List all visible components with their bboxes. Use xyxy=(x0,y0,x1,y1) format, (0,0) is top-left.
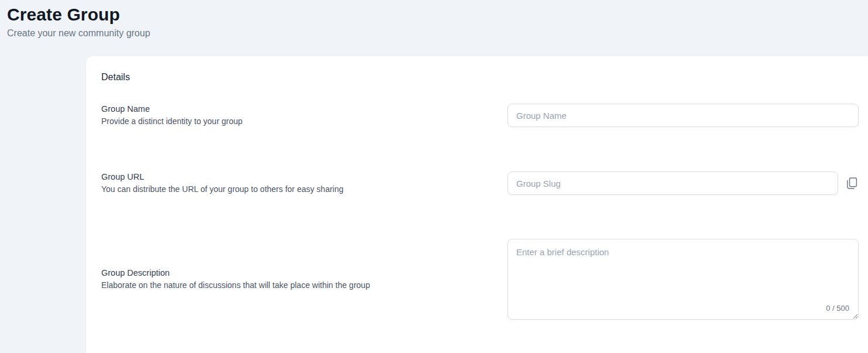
group-description-row: Group Description Elaborate on the natur… xyxy=(101,239,859,320)
page-title: Create Group xyxy=(7,4,861,26)
group-name-label-block: Group Name Provide a distinct identity t… xyxy=(101,103,507,128)
group-name-description: Provide a distinct identity to your grou… xyxy=(101,115,484,128)
group-description-textarea[interactable] xyxy=(507,239,859,320)
group-name-field-col xyxy=(507,104,859,127)
group-description-textarea-wrap: 0 / 500 xyxy=(507,239,859,320)
group-description-description: Elaborate on the nature of discussions t… xyxy=(101,279,484,292)
group-url-label: Group URL xyxy=(101,171,484,183)
page-header: Create Group Create your new community g… xyxy=(0,0,868,40)
group-url-description: You can distribute the URL of your group… xyxy=(101,183,484,196)
group-url-label-block: Group URL You can distribute the URL of … xyxy=(101,171,507,196)
group-slug-input[interactable] xyxy=(507,172,838,195)
group-url-row: Group URL You can distribute the URL of … xyxy=(101,171,859,196)
copy-slug-button[interactable] xyxy=(845,176,859,190)
group-name-row: Group Name Provide a distinct identity t… xyxy=(101,103,859,128)
group-name-input[interactable] xyxy=(507,104,859,127)
copy-icon xyxy=(845,177,858,190)
details-heading: Details xyxy=(101,70,859,84)
details-card: Details Group Name Provide a distinct id… xyxy=(86,56,868,353)
group-slug-wrap xyxy=(507,172,859,195)
group-description-field-col: 0 / 500 xyxy=(507,239,859,320)
group-description-label: Group Description xyxy=(101,267,484,279)
group-description-label-block: Group Description Elaborate on the natur… xyxy=(101,267,507,292)
page-subtitle: Create your new community group xyxy=(7,26,861,40)
group-url-field-col xyxy=(507,172,859,195)
group-name-label: Group Name xyxy=(101,103,484,115)
